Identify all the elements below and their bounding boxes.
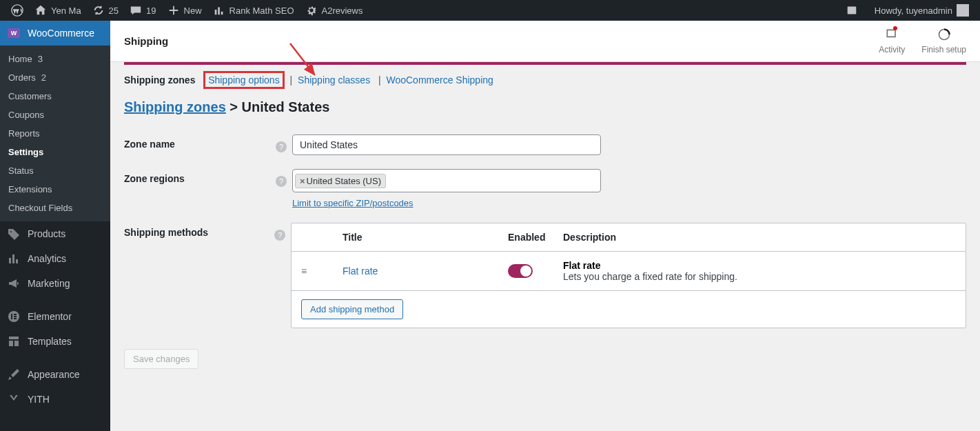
subnav-classes[interactable]: Shipping classes bbox=[298, 74, 370, 86]
page-title: Shipping bbox=[124, 35, 168, 47]
submenu-checkout-fields[interactable]: Checkout Fields bbox=[0, 199, 110, 217]
progress-icon bbox=[937, 28, 951, 43]
table-row: ≡ Flat rate Flat rate Lets you charge a … bbox=[292, 252, 966, 291]
sidebar-item-label: Products bbox=[28, 228, 65, 239]
save-changes-button[interactable]: Save changes bbox=[124, 349, 198, 369]
submenu-settings[interactable]: Settings bbox=[0, 143, 110, 161]
comments-link[interactable]: 19 bbox=[124, 0, 161, 21]
activity-button[interactable]: Activity bbox=[879, 28, 905, 54]
activity-icon bbox=[885, 28, 899, 43]
sidebar-item-yith[interactable]: YITH bbox=[0, 387, 110, 412]
th-enabled: Enabled bbox=[508, 232, 563, 243]
sidebar-item-label: Marketing bbox=[28, 278, 70, 289]
settings-subnav: Shipping zones Shipping options | Shippi… bbox=[124, 74, 966, 90]
region-tag: × United States (US) bbox=[295, 174, 386, 188]
submenu-coupons[interactable]: Coupons bbox=[0, 106, 110, 124]
sidebar-item-label: Appearance bbox=[28, 369, 80, 380]
notifications[interactable] bbox=[840, 0, 864, 21]
howdy-text: Howdy, tuyenadmin bbox=[875, 6, 952, 16]
zone-regions-label: Zone regions bbox=[124, 169, 276, 184]
rankmath-link[interactable]: Rank Math SEO bbox=[207, 0, 300, 21]
zone-name-label: Zone name bbox=[124, 134, 276, 150]
annotation-highlight: Shipping options bbox=[203, 71, 285, 89]
sidebar-item-label: Elementor bbox=[28, 311, 72, 322]
analytics-icon bbox=[7, 252, 21, 265]
svg-rect-6 bbox=[14, 316, 17, 317]
submenu-label: Checkout Fields bbox=[8, 203, 72, 213]
region-tag-label: United States (US) bbox=[307, 176, 381, 186]
breadcrumb-current: United States bbox=[242, 99, 330, 114]
drag-handle-icon[interactable]: ≡ bbox=[301, 265, 343, 277]
subnav-separator: | bbox=[376, 74, 384, 86]
svg-rect-1 bbox=[847, 7, 856, 14]
enabled-toggle[interactable] bbox=[508, 264, 533, 278]
submenu-orders[interactable]: Orders 2 bbox=[0, 68, 110, 87]
avatar-icon bbox=[957, 4, 969, 17]
submenu-customers[interactable]: Customers bbox=[0, 87, 110, 106]
templates-icon bbox=[7, 334, 21, 348]
plus-icon bbox=[167, 4, 180, 17]
method-title-link[interactable]: Flat rate bbox=[343, 265, 378, 277]
svg-rect-8 bbox=[9, 337, 19, 339]
sidebar-item-label: WooCommerce bbox=[28, 28, 94, 39]
help-icon[interactable]: ? bbox=[276, 176, 287, 187]
site-link[interactable]: Yen Ma bbox=[29, 0, 87, 21]
subnav-wc-shipping[interactable]: WooCommerce Shipping bbox=[386, 74, 493, 86]
sidebar-item-products[interactable]: Products bbox=[0, 221, 110, 246]
subnav-separator: | bbox=[287, 74, 296, 86]
submenu-label: Settings bbox=[8, 147, 43, 157]
sidebar-item-appearance[interactable]: Appearance bbox=[0, 362, 110, 387]
updates-count: 25 bbox=[109, 6, 119, 16]
brush-icon bbox=[7, 368, 21, 381]
finish-setup-button[interactable]: Finish setup bbox=[921, 28, 966, 54]
yith-icon bbox=[7, 392, 21, 406]
submenu-extensions[interactable]: Extensions bbox=[0, 180, 110, 199]
limit-postcodes-link[interactable]: Limit to specific ZIP/postcodes bbox=[292, 198, 414, 208]
svg-point-2 bbox=[10, 231, 12, 232]
th-title: Title bbox=[343, 232, 508, 243]
submenu-home[interactable]: Home 3 bbox=[0, 50, 110, 68]
svg-rect-7 bbox=[14, 318, 17, 319]
subnav-options[interactable]: Shipping options bbox=[208, 74, 280, 86]
help-icon[interactable]: ? bbox=[274, 230, 285, 241]
submenu-status[interactable]: Status bbox=[0, 161, 110, 180]
sidebar-item-marketing[interactable]: Marketing bbox=[0, 271, 110, 296]
updates-link[interactable]: 25 bbox=[87, 0, 124, 21]
comments-count: 19 bbox=[146, 6, 156, 16]
submenu-reports[interactable]: Reports bbox=[0, 124, 110, 143]
breadcrumb-sep: > bbox=[229, 99, 238, 114]
page-topbar: Shipping Activity Finish setup bbox=[110, 21, 980, 62]
wp-logo[interactable] bbox=[6, 0, 29, 21]
woocommerce-icon: W bbox=[7, 26, 21, 40]
method-desc-sub: Lets you charge a fixed rate for shippin… bbox=[563, 271, 956, 282]
sidebar-item-elementor[interactable]: Elementor bbox=[0, 304, 110, 329]
home-badge: 3 bbox=[38, 54, 43, 64]
sidebar-item-analytics[interactable]: Analytics bbox=[0, 246, 110, 271]
admin-sidebar: W WooCommerce Home 3 Orders 2 Customers … bbox=[0, 21, 110, 431]
add-shipping-method-button[interactable]: Add shipping method bbox=[301, 299, 403, 319]
sidebar-item-woocommerce[interactable]: W WooCommerce bbox=[0, 21, 110, 46]
a2reviews-label: A2reviews bbox=[322, 6, 363, 16]
a2reviews-link[interactable]: A2reviews bbox=[300, 0, 369, 21]
elementor-icon bbox=[7, 310, 21, 323]
home-icon bbox=[34, 4, 47, 17]
notice-bar bbox=[124, 62, 966, 65]
new-link[interactable]: New bbox=[162, 0, 207, 21]
help-icon[interactable]: ? bbox=[276, 141, 287, 152]
activity-label: Activity bbox=[879, 45, 905, 54]
submenu-label: Coupons bbox=[8, 110, 44, 120]
products-icon bbox=[7, 227, 21, 241]
sidebar-item-templates[interactable]: Templates bbox=[0, 329, 110, 354]
subnav-zones[interactable]: Shipping zones bbox=[124, 74, 195, 86]
megaphone-icon bbox=[7, 277, 21, 290]
th-description: Description bbox=[563, 232, 956, 243]
remove-tag-icon[interactable]: × bbox=[300, 176, 305, 186]
gear-icon bbox=[305, 4, 318, 17]
account-link[interactable]: Howdy, tuyenadmin bbox=[869, 0, 974, 21]
svg-rect-9 bbox=[9, 341, 13, 346]
zone-regions-input[interactable]: × United States (US) bbox=[292, 169, 601, 192]
breadcrumb-root[interactable]: Shipping zones bbox=[124, 99, 226, 114]
site-name: Yen Ma bbox=[51, 6, 81, 16]
submenu-label: Extensions bbox=[8, 184, 52, 194]
zone-name-input[interactable] bbox=[292, 134, 601, 155]
